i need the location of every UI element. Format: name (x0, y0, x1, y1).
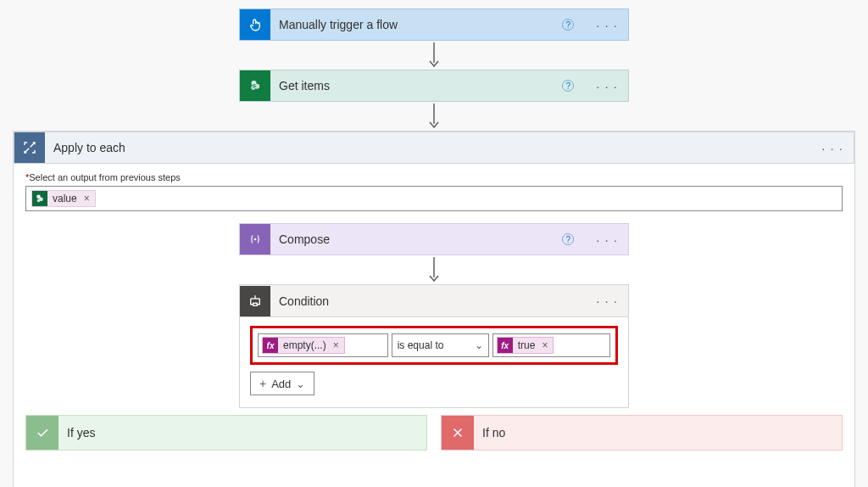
compose-icon (240, 224, 270, 255)
condition-expression-row: fx empty(...) × is equal to ⌄ fx (250, 326, 618, 365)
connector-arrow (428, 255, 440, 284)
loop-icon (14, 132, 45, 163)
more-menu[interactable]: · · · (811, 141, 854, 155)
fx-token-empty[interactable]: fx empty(...) × (262, 337, 345, 354)
add-condition-button[interactable]: + Add ⌄ (250, 372, 314, 395)
close-icon (442, 416, 474, 450)
fx-token-true[interactable]: fx true × (497, 337, 554, 354)
remove-token[interactable]: × (540, 339, 549, 351)
token-label: value (51, 193, 79, 204)
trigger-title: Manually trigger a flow (279, 18, 554, 31)
help-icon[interactable]: ? (562, 19, 574, 31)
sharepoint-icon: S (240, 70, 270, 101)
connector-arrow (428, 41, 440, 70)
check-icon (26, 416, 58, 450)
more-menu[interactable]: · · · (586, 232, 628, 247)
svg-text:S: S (253, 83, 256, 88)
chevron-down-icon: ⌄ (475, 339, 483, 351)
touch-icon (240, 9, 270, 40)
get-items-title: Get items (279, 79, 554, 92)
plus-icon: + (259, 377, 266, 390)
condition-icon (240, 286, 270, 316)
remove-token[interactable]: × (82, 193, 92, 204)
more-menu[interactable]: · · · (586, 18, 628, 32)
apply-to-each-container: Apply to each · · · *Select an output fr… (13, 131, 855, 487)
more-menu[interactable]: · · · (586, 79, 628, 93)
operator-label: is equal to (398, 339, 444, 351)
svg-point-9 (254, 238, 256, 240)
fx-expr: true (516, 339, 537, 351)
if-yes-branch[interactable]: If yes (25, 415, 427, 451)
condition-header[interactable]: Condition · · · (240, 285, 628, 317)
fx-icon: fx (263, 338, 278, 353)
compose-card[interactable]: Compose ? · · · (239, 223, 629, 255)
apply-to-each-header[interactable]: Apply to each · · · (14, 132, 854, 164)
if-yes-label: If yes (67, 426, 95, 439)
if-no-branch[interactable]: If no (441, 415, 843, 451)
fx-icon: fx (498, 338, 513, 353)
compose-title: Compose (279, 232, 554, 246)
svg-point-8 (37, 199, 41, 202)
trigger-card[interactable]: Manually trigger a flow ? · · · (239, 8, 629, 41)
output-field[interactable]: value × (25, 186, 843, 211)
connector-arrow (428, 102, 440, 131)
remove-token[interactable]: × (331, 339, 341, 351)
apply-to-each-title: Apply to each (53, 141, 803, 154)
svg-rect-11 (253, 303, 258, 305)
sharepoint-token-icon (32, 191, 47, 206)
help-icon[interactable]: ? (562, 80, 574, 92)
condition-right-operand[interactable]: fx true × (492, 333, 610, 357)
condition-card: Condition · · · fx empty(...) × (239, 284, 629, 408)
help-icon[interactable]: ? (562, 233, 574, 245)
value-token[interactable]: value × (31, 190, 96, 207)
chevron-down-icon: ⌄ (296, 378, 305, 390)
more-menu[interactable]: · · · (586, 294, 628, 308)
condition-left-operand[interactable]: fx empty(...) × (258, 333, 388, 357)
condition-operator-select[interactable]: is equal to ⌄ (392, 333, 489, 357)
get-items-card[interactable]: S Get items ? · · · (239, 70, 629, 102)
add-label: Add (271, 378, 291, 390)
if-no-label: If no (482, 426, 505, 439)
condition-title: Condition (279, 294, 577, 308)
fx-expr: empty(...) (281, 339, 328, 351)
output-field-label: *Select an output from previous steps (25, 172, 843, 182)
